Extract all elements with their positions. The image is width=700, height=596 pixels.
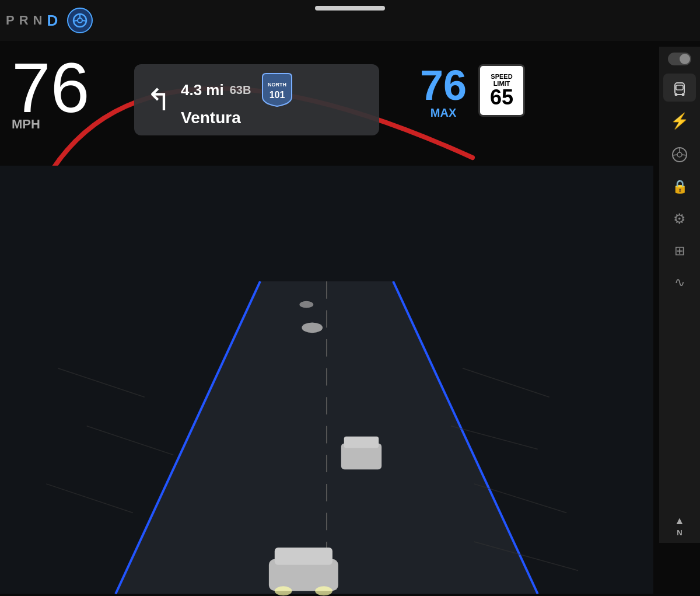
lock-button[interactable]: 🔒	[662, 173, 697, 200]
svg-text:NORTH: NORTH	[268, 82, 286, 88]
autopilot-speed-number: 76	[420, 64, 467, 106]
svg-line-35	[682, 155, 687, 155]
svg-rect-28	[676, 85, 683, 90]
autopilot-speed-label: MAX	[430, 106, 456, 120]
nav-label: N	[677, 528, 682, 537]
gear-D[interactable]: D	[47, 12, 60, 30]
car-view-button[interactable]	[663, 74, 696, 102]
navigation-card[interactable]: ↱ 4.3 mi 63B NORTH 101 Ventura	[134, 64, 379, 135]
lightning-button[interactable]: ⚡	[662, 106, 697, 136]
screen-icon: ⊞	[674, 243, 685, 259]
lock-icon: 🔒	[672, 179, 688, 194]
svg-text:101: 101	[270, 90, 285, 100]
current-speed: 76	[12, 53, 89, 123]
svg-rect-24	[275, 548, 332, 565]
svg-point-19	[299, 301, 313, 308]
right-panel: ⚡ 🔒 ⚙ ⊞ ∿ ▲ N	[659, 47, 700, 543]
sound-button[interactable]: ∿	[662, 269, 697, 296]
steering-button[interactable]	[662, 141, 697, 169]
svg-line-4	[82, 20, 86, 21]
gear-P[interactable]: P	[6, 13, 17, 28]
sound-icon: ∿	[674, 275, 685, 290]
turn-arrow-icon: ↱	[146, 85, 172, 115]
svg-point-25	[275, 586, 292, 595]
settings-gear-icon: ⚙	[673, 211, 686, 227]
speed-limit-sign: SPEEDLIMIT 65	[478, 64, 525, 117]
svg-point-26	[315, 586, 332, 595]
nav-street: Ventura	[181, 109, 293, 127]
toggle-switch[interactable]	[668, 53, 691, 65]
autopilot-icon[interactable]	[67, 8, 93, 33]
top-center-bar	[315, 6, 385, 11]
camera-button[interactable]: ⊞	[662, 238, 697, 264]
svg-point-20	[302, 322, 323, 333]
speed-limit-value: 65	[490, 87, 513, 108]
steering-wheel-icon	[72, 13, 88, 28]
highway-badge: NORTH 101	[261, 72, 293, 107]
svg-rect-22	[344, 437, 379, 448]
nav-exit: 63B	[230, 83, 251, 97]
speed-display: 76 MPH	[12, 53, 89, 132]
road-container	[0, 163, 653, 596]
svg-line-3	[74, 20, 78, 21]
gear-selector: P R N D	[6, 12, 60, 30]
gear-N[interactable]: N	[33, 13, 45, 28]
car-top-view-icon	[670, 79, 689, 96]
nav-distance: 4.3 mi	[181, 81, 224, 99]
road-visualization	[0, 163, 653, 596]
gear-R[interactable]: R	[19, 13, 31, 28]
speed-unit: MPH	[12, 117, 40, 132]
autopilot-speed-display: 76 MAX	[420, 64, 467, 120]
svg-point-32	[677, 152, 682, 157]
nav-details: 4.3 mi 63B NORTH 101 Ventura	[181, 72, 293, 127]
steering-icon	[671, 147, 688, 163]
lightning-icon: ⚡	[670, 112, 689, 130]
svg-line-34	[673, 155, 677, 155]
svg-point-1	[78, 18, 82, 23]
status-bar: P R N D	[0, 0, 700, 41]
nav-up-arrow-icon: ▲	[674, 515, 685, 527]
settings-button[interactable]: ⚙	[662, 205, 697, 233]
highway-shield-icon: NORTH 101	[261, 72, 293, 107]
nav-distance-row: 4.3 mi 63B NORTH 101	[181, 72, 293, 107]
